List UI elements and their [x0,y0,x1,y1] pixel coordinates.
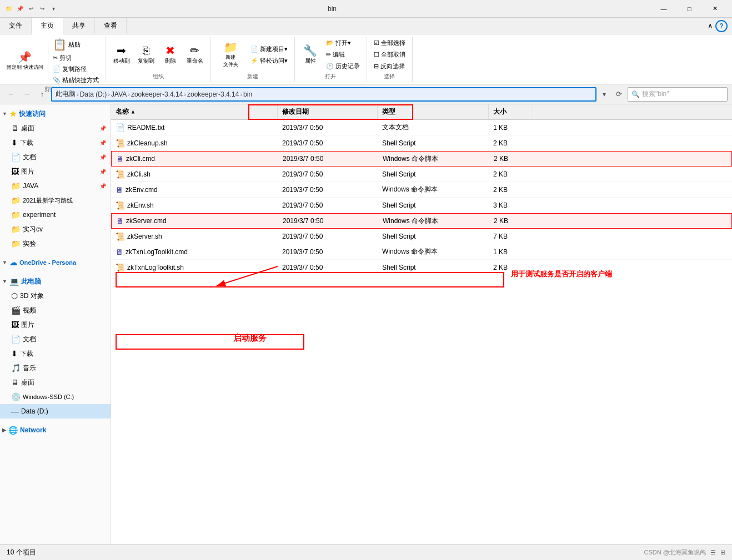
up-button[interactable]: ↑ [36,88,49,101]
breadcrumb-data[interactable]: Data (D:) [80,90,107,98]
file-cmd-icon: 🖥 [116,185,123,194]
grid-view-icon[interactable]: ⊞ [720,549,725,556]
file-date: 2019/3/7 0:50 [282,264,323,271]
tab-home[interactable]: 主页 [32,18,63,34]
quickaccess-star-icon: ★ [9,109,17,118]
paste-icon: 📋 [53,38,67,51]
tab-share[interactable]: 共享 [63,18,95,34]
select-all-button[interactable]: ☑ 全部选择 [372,38,408,48]
sidebar-item-pictures-folder[interactable]: 🖼 图片 [0,317,111,332]
paste-shortcut-button[interactable]: 📎 粘贴快捷方式 [51,75,101,85]
file-type-cell: Shell Script [378,135,489,150]
table-row[interactable]: 📄 README.txt 2019/3/7 0:50 文本文档 1 KB [111,120,732,135]
history-button[interactable]: 🕐 历史记录 [324,61,362,72]
new-item-button[interactable]: 📄 新建项目▾ [248,44,290,54]
col-header-type[interactable]: 类型 [378,104,489,119]
table-row[interactable]: 📜 zkCleanup.sh 2019/3/7 0:50 Shell Scrip… [111,135,732,151]
invert-icon: ⊟ [374,63,379,70]
sidebar-item-desktop[interactable]: 🖥 桌面 📌 [0,121,111,135]
edit-button[interactable]: ✏ 编辑 [324,49,362,60]
cut-button[interactable]: ✂ 剪切 [51,53,101,63]
table-row[interactable]: 🖥 zkTxnLogToolkit.cmd 2019/3/7 0:50 Wind… [111,244,732,260]
file-date-cell: 2019/3/7 0:50 [278,244,378,259]
expand-thispc-icon: ▼ [2,279,7,284]
desktop-icon: 🖥 [11,124,19,133]
list-view-icon[interactable]: ☰ [710,549,716,556]
table-row[interactable]: 🖥 zkEnv.cmd 2019/3/7 0:50 Windows 命令脚本 2… [111,182,732,198]
breadcrumb-zoo1[interactable]: zookeeper-3.4.14 [131,90,183,98]
table-row[interactable]: 📜 zkCli.sh 2019/3/7 0:50 Shell Script 2 … [111,167,732,182]
copy-to-button[interactable]: ⎘ 复制到 [135,44,157,66]
close-button[interactable]: ✕ [702,0,728,18]
sidebar-desktopfolder-label: 桌面 [21,378,34,387]
refresh-button[interactable]: ⟳ [612,88,625,101]
sidebar-thispc[interactable]: ▼ 💻 此电脑 [0,274,111,289]
sidebar-item-java[interactable]: 📁 JAVA 📌 [0,179,111,193]
sidebar-item-roadmap[interactable]: 📁 2021最新学习路线 [0,193,111,208]
address-path[interactable]: 此电脑 › Data (D:) › JAVA › zookeeper-3.4.1… [51,87,596,102]
sidebar-item-downloads[interactable]: ⬇ 下载 📌 [0,135,111,150]
breadcrumb-bin[interactable]: bin [243,90,252,98]
pin-to-quickaccess-button[interactable]: 📌 固定到 快速访问 [4,51,46,72]
copy-path-button[interactable]: 📄 复制路径 [51,64,101,74]
file-size-cell: 2 KB [489,182,533,197]
copy-to-icon: ⎘ [143,45,149,56]
table-row[interactable]: 🖥 zkCli.cmd 2019/3/7 0:50 Windows 命令脚本 2… [111,151,732,167]
file-date-cell: 2019/3/7 0:50 [278,167,378,181]
onedrive-cloud-icon: ☁ [9,258,17,267]
col-header-name[interactable]: 名称 ∧ [111,104,278,119]
sidebar: ▼ ★ 快速访问 🖥 桌面 📌 ⬇ 下载 📌 📄 文档 📌 🖼 图片 [0,104,111,544]
sidebar-item-downloads-folder[interactable]: ⬇ 下载 [0,346,111,361]
select-none-button[interactable]: ☐ 全部取消 [372,49,408,60]
sidebar-item-desktop-folder[interactable]: 🖥 桌面 [0,375,111,390]
file-type-cell: Windows 命令脚本 [378,244,489,259]
sidebar-item-music[interactable]: 🎵 音乐 [0,361,111,375]
forward-button[interactable]: → [20,88,33,101]
sidebar-onedrive[interactable]: ▼ ☁ OneDrive - Persona [0,255,111,270]
file-cmd-icon: 🖥 [116,248,123,256]
rename-button[interactable]: ✏ 重命名 [184,44,206,66]
table-row[interactable]: 📜 zkTxnLogToolkit.sh 2019/3/7 0:50 Shell… [111,260,732,275]
invert-select-button[interactable]: ⊟ 反向选择 [372,61,408,72]
sidebar-item-experiment[interactable]: 📁 experiment [0,208,111,222]
col-header-size[interactable]: 大小 [489,104,533,119]
easy-access-button[interactable]: ⚡ 轻松访问▾ [248,56,290,66]
open-button[interactable]: 📂 打开▾ [324,38,362,48]
sidebar-item-documents-folder[interactable]: 📄 文档 [0,332,111,346]
sidebar-item-practice[interactable]: 📁 实验 [0,236,111,251]
sidebar-item-windows-ssd[interactable]: 💿 Windows-SSD (C:) [0,390,111,404]
properties-button[interactable]: 🔧 属性 [299,44,322,66]
ribbon-collapse-icon[interactable]: ∧ [708,22,713,30]
col-header-date[interactable]: 修改日期 [278,104,378,119]
tab-view[interactable]: 查看 [95,18,127,34]
sidebar-item-pictures[interactable]: 🖼 图片 📌 [0,164,111,179]
help-icon[interactable]: ? [715,20,728,32]
minimize-button[interactable]: — [651,0,676,18]
tab-file[interactable]: 文件 [0,18,32,34]
sidebar-music-label: 音乐 [23,364,36,373]
sidebar-item-data-d[interactable]: — Data (D:) [0,404,111,418]
table-row[interactable]: 📜 zkServer.sh 2019/3/7 0:50 Shell Script… [111,229,732,244]
breadcrumb-pc[interactable]: 此电脑 [56,89,76,99]
paste-button[interactable]: 📋 粘贴 [51,37,101,52]
sidebar-item-3dobjects[interactable]: ⬡ 3D 对象 [0,289,111,303]
breadcrumb-java[interactable]: JAVA [111,90,127,98]
address-dropdown-button[interactable]: ▾ [599,87,610,102]
new-folder-button[interactable]: 📁 新建 文件夹 [215,41,246,69]
sidebar-quick-access[interactable]: ▼ ★ 快速访问 [0,107,111,121]
sidebar-item-practicecv[interactable]: 📁 实习cv [0,222,111,236]
table-row[interactable]: 📜 zkEnv.sh 2019/3/7 0:50 Shell Script 3 … [111,198,732,213]
sidebar-item-documents[interactable]: 📄 文档 📌 [0,150,111,164]
table-row[interactable]: 🖥 zkServer.cmd 2019/3/7 0:50 Windows 命令脚… [111,213,732,229]
maximize-button[interactable]: □ [676,0,702,18]
quickaccess-label: 快速访问 [19,109,46,119]
back-button[interactable]: ← [4,88,18,101]
sidebar-item-videos[interactable]: 🎬 视频 [0,303,111,317]
breadcrumb-zoo2[interactable]: zookeeper-3.4.14 [187,90,239,98]
search-placeholder: 搜索"bin" [642,89,669,99]
move-to-button[interactable]: ➡ 移动到 [111,44,133,66]
search-box[interactable]: 🔍 搜索"bin" [628,87,728,102]
file-size-cell: 1 KB [489,244,533,259]
sidebar-network[interactable]: ▶ 🌐 Network [0,423,111,437]
delete-button[interactable]: ✖ 删除 [159,44,182,66]
